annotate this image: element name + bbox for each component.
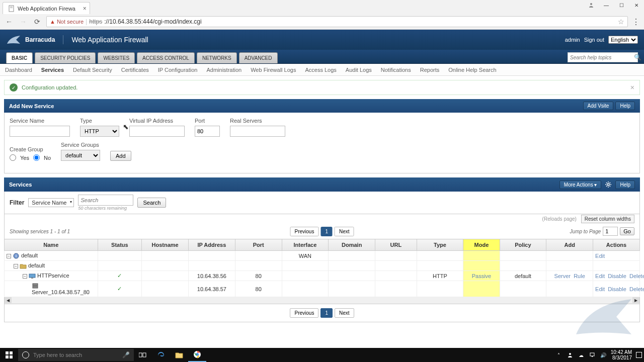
prev-page-bottom[interactable]: Previous — [290, 308, 318, 318]
network-icon[interactable] — [589, 351, 596, 358]
col-ip[interactable]: IP Address — [188, 239, 235, 251]
col-policy[interactable]: Policy — [500, 239, 546, 251]
subnav-certificates[interactable]: Certificates — [121, 67, 149, 73]
col-actions[interactable]: Actions — [593, 239, 640, 251]
tree-toggle-icon[interactable]: − — [7, 254, 11, 258]
back-button[interactable]: ← — [4, 17, 14, 27]
reload-button[interactable]: ⟳ — [32, 17, 42, 27]
mic-icon[interactable]: 🎤 — [122, 351, 130, 358]
add-server-link[interactable]: Server — [554, 273, 571, 279]
service-edit-link[interactable]: Edit — [595, 273, 605, 279]
language-select[interactable]: English — [608, 36, 638, 44]
subnav-administration[interactable]: Administration — [206, 67, 242, 73]
window-close[interactable]: ✕ — [629, 0, 644, 10]
signout-link[interactable]: Sign out — [584, 37, 604, 43]
service-delete-link[interactable]: Delete — [629, 273, 644, 279]
col-domain[interactable]: Domain — [329, 239, 375, 251]
filter-field-dropdown[interactable]: Service Name — [28, 198, 74, 207]
alert-close-icon[interactable]: × — [630, 83, 634, 92]
address-bar[interactable]: ▲ Not secure | https://10.64.38.55:444/c… — [46, 16, 628, 27]
type-select[interactable]: HTTP — [80, 126, 119, 137]
page-1-button[interactable]: 1 — [320, 227, 333, 236]
taskbar-search[interactable]: Type here to search 🎤 — [18, 349, 134, 361]
chrome-icon[interactable] — [188, 348, 206, 362]
subnav-dashboard[interactable]: Dashboard — [5, 67, 32, 73]
jump-page-input[interactable] — [603, 227, 618, 236]
nav-networks[interactable]: NETWORKS — [197, 52, 237, 63]
add-vsite-button[interactable]: Add Vsite — [583, 102, 614, 110]
server-delete-link[interactable]: Delete — [629, 286, 644, 292]
go-button[interactable]: Go — [620, 227, 634, 235]
nav-access-control[interactable]: ACCESS CONTROL — [137, 52, 195, 63]
subnav-reports[interactable]: Reports — [420, 67, 440, 73]
nav-security-policies[interactable]: SECURITY POLICIES — [35, 52, 96, 63]
more-actions-button[interactable]: More Actions ▾ — [559, 180, 602, 189]
add-rule-link[interactable]: Rule — [574, 273, 585, 279]
file-explorer-icon[interactable] — [170, 348, 188, 362]
filter-search-input[interactable] — [78, 195, 133, 206]
tab-close-icon[interactable]: × — [83, 5, 87, 12]
port-input[interactable] — [195, 126, 220, 137]
nav-websites[interactable]: WEBSITES — [98, 52, 135, 63]
tray-up-icon[interactable]: ˄ — [555, 351, 562, 358]
server-edit-link[interactable]: Edit — [595, 286, 605, 292]
edge-icon[interactable] — [152, 348, 170, 362]
browser-menu-icon[interactable]: ⋮ — [632, 17, 640, 27]
prev-page-button[interactable]: Previous — [290, 227, 318, 236]
next-page-button[interactable]: Next — [335, 227, 354, 236]
start-button[interactable] — [0, 348, 18, 362]
people-icon[interactable] — [567, 351, 574, 358]
subnav-default-security[interactable]: Default Security — [73, 67, 112, 73]
col-type[interactable]: Type — [417, 239, 463, 251]
subnav-notifications[interactable]: Notifications — [381, 67, 411, 73]
subnav-audit-logs[interactable]: Audit Logs — [346, 67, 372, 73]
horizontal-scrollbar[interactable]: ◀ ▶ — [4, 297, 640, 304]
create-group-yes-radio[interactable] — [10, 154, 16, 161]
browser-tab[interactable]: Web Application Firewa × — [3, 2, 90, 14]
col-url[interactable]: URL — [375, 239, 417, 251]
subnav-services[interactable]: Services — [41, 67, 64, 73]
browser-account-icon[interactable] — [584, 0, 599, 10]
nav-basic[interactable]: BASIC — [6, 52, 33, 63]
server-disable-link[interactable]: Disable — [608, 286, 626, 292]
service-name-input[interactable] — [10, 126, 70, 137]
col-interface[interactable]: Interface — [282, 239, 329, 251]
add-service-help-button[interactable]: Help — [615, 102, 635, 110]
window-minimize[interactable]: — — [599, 0, 614, 10]
bookmark-icon[interactable]: ☆ — [618, 18, 624, 26]
page-1-bottom[interactable]: 1 — [320, 308, 333, 318]
col-mode[interactable]: Mode — [463, 239, 500, 251]
real-servers-input[interactable] — [230, 126, 285, 137]
nav-advanced[interactable]: ADVANCED — [239, 52, 278, 63]
mode-link[interactable]: Passive — [472, 273, 492, 279]
settings-gear-icon[interactable] — [603, 180, 613, 189]
col-status[interactable]: Status — [98, 239, 142, 251]
subnav-online-help[interactable]: Online Help Search — [448, 67, 496, 73]
window-maximize[interactable]: ☐ — [614, 0, 629, 10]
tree-toggle-icon[interactable]: − — [14, 264, 18, 268]
col-hostname[interactable]: Hostname — [142, 239, 189, 251]
col-port[interactable]: Port — [235, 239, 282, 251]
volume-icon[interactable]: 🔊 — [600, 351, 607, 358]
search-icon[interactable]: 🔍 — [634, 54, 641, 61]
search-button[interactable]: Search — [137, 198, 166, 208]
service-groups-select[interactable]: default — [61, 150, 100, 161]
add-button[interactable]: Add — [110, 151, 131, 161]
col-add[interactable]: Add — [546, 239, 593, 251]
service-disable-link[interactable]: Disable — [608, 273, 626, 279]
subnav-web-firewall-logs[interactable]: Web Firewall Logs — [251, 67, 296, 73]
services-help-button[interactable]: Help — [615, 180, 635, 189]
col-name[interactable]: Name — [5, 239, 98, 251]
system-clock[interactable]: 10:42 AM 8/3/2017 — [611, 349, 632, 360]
subnav-access-logs[interactable]: Access Logs — [305, 67, 336, 73]
scroll-left-icon[interactable]: ◀ — [5, 297, 12, 303]
create-group-no-radio[interactable] — [33, 154, 40, 161]
notifications-icon[interactable] — [636, 352, 642, 358]
task-view-icon[interactable] — [134, 348, 152, 362]
tree-toggle-icon[interactable]: − — [23, 274, 27, 279]
vsite-edit-link[interactable]: Edit — [595, 253, 605, 259]
scroll-right-icon[interactable]: ▶ — [632, 297, 639, 303]
help-search[interactable]: 🔍 — [568, 52, 638, 62]
help-search-input[interactable] — [570, 55, 634, 60]
onedrive-icon[interactable]: ☁ — [578, 351, 585, 358]
